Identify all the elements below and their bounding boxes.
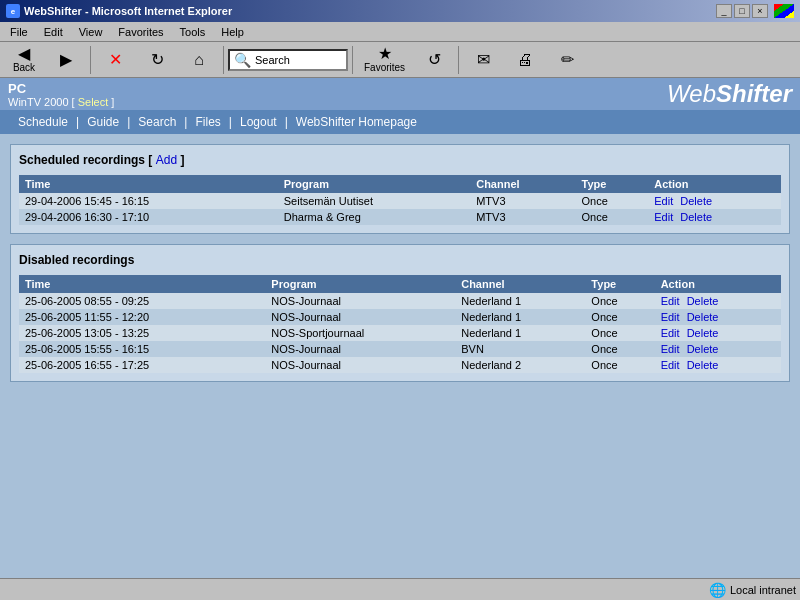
scheduled-recordings-section: Scheduled recordings [ Add ] Time Progra… — [10, 144, 790, 234]
refresh-button[interactable]: ↻ — [137, 49, 177, 71]
menu-favorites[interactable]: Favorites — [112, 25, 169, 39]
sched-edit-1[interactable]: Edit — [654, 211, 673, 223]
dis-type-0: Once — [585, 293, 654, 309]
dis-delete-1[interactable]: Delete — [687, 311, 719, 323]
sched-time-1: 29-04-2006 16:30 - 17:10 — [19, 209, 278, 225]
dis-action-4: Edit Delete — [655, 357, 781, 373]
nav-homepage[interactable]: WebShifter Homepage — [288, 115, 425, 129]
toolbar-separator-2 — [223, 46, 224, 74]
select-link[interactable]: Select — [78, 96, 109, 108]
back-button[interactable]: ◀ Back — [4, 43, 44, 76]
mail-button[interactable]: ✉ — [463, 49, 503, 71]
dis-delete-2[interactable]: Delete — [687, 327, 719, 339]
disabled-row: 25-06-2005 15:55 - 16:15 NOS-Journaal BV… — [19, 341, 781, 357]
toolbar: ◀ Back ▶ ✕ ↻ ⌂ 🔍 Search ★ Favorites ↺ ✉ … — [0, 42, 800, 78]
dis-action-2: Edit Delete — [655, 325, 781, 341]
menu-help[interactable]: Help — [215, 25, 250, 39]
add-recording-link[interactable]: Add — [156, 153, 177, 167]
dis-edit-2[interactable]: Edit — [661, 327, 680, 339]
menu-file[interactable]: File — [4, 25, 34, 39]
search-icon: 🔍 — [234, 52, 251, 68]
dis-time-3: 25-06-2005 15:55 - 16:15 — [19, 341, 265, 357]
wintv-label: WinTV 2000 [ Select ] — [8, 96, 114, 108]
dis-channel-2: Nederland 1 — [455, 325, 585, 341]
nav-logout[interactable]: Logout — [232, 115, 285, 129]
media-icon: ↺ — [428, 52, 441, 68]
maximize-button[interactable]: □ — [734, 4, 750, 18]
dis-action-3: Edit Delete — [655, 341, 781, 357]
col-action-sched: Action — [648, 175, 781, 193]
back-icon: ◀ — [18, 46, 30, 62]
globe-icon: 🌐 — [709, 582, 726, 598]
webshifter-logo: WebShifter — [667, 80, 792, 108]
app-icon: e — [6, 4, 20, 18]
sched-time-0: 29-04-2006 15:45 - 16:15 — [19, 193, 278, 209]
disabled-row: 25-06-2005 13:05 - 13:25 NOS-Sportjourna… — [19, 325, 781, 341]
print-button[interactable]: 🖨 — [505, 49, 545, 71]
dis-delete-3[interactable]: Delete — [687, 343, 719, 355]
dis-channel-3: BVN — [455, 341, 585, 357]
menu-edit[interactable]: Edit — [38, 25, 69, 39]
col-program-dis: Program — [265, 275, 455, 293]
col-action-dis: Action — [655, 275, 781, 293]
nav-search[interactable]: Search — [130, 115, 184, 129]
home-icon: ⌂ — [194, 52, 204, 68]
page-header: PC WinTV 2000 [ Select ] WebShifter — [0, 78, 800, 110]
dis-delete-4[interactable]: Delete — [687, 359, 719, 371]
dis-type-3: Once — [585, 341, 654, 357]
toolbar-separator-4 — [458, 46, 459, 74]
toolbar-separator-1 — [90, 46, 91, 74]
dis-action-0: Edit Delete — [655, 293, 781, 309]
sched-channel-1: MTV3 — [470, 209, 575, 225]
dis-edit-4[interactable]: Edit — [661, 359, 680, 371]
window-title: WebShifter - Microsoft Internet Explorer — [24, 5, 232, 17]
dis-program-3: NOS-Journaal — [265, 341, 455, 357]
favorites-button[interactable]: ★ Favorites — [357, 43, 412, 76]
stop-icon: ✕ — [109, 52, 122, 68]
col-program-sched: Program — [278, 175, 470, 193]
nav-schedule[interactable]: Schedule — [10, 115, 76, 129]
dis-program-0: NOS-Journaal — [265, 293, 455, 309]
favorites-icon: ★ — [378, 46, 392, 62]
media-button[interactable]: ↺ — [414, 49, 454, 71]
stop-button[interactable]: ✕ — [95, 49, 135, 71]
sched-edit-0[interactable]: Edit — [654, 195, 673, 207]
sched-delete-1[interactable]: Delete — [680, 211, 712, 223]
dis-edit-3[interactable]: Edit — [661, 343, 680, 355]
minimize-button[interactable]: _ — [716, 4, 732, 18]
menu-tools[interactable]: Tools — [174, 25, 212, 39]
col-type-sched: Type — [575, 175, 648, 193]
nav-files[interactable]: Files — [187, 115, 228, 129]
home-button[interactable]: ⌂ — [179, 49, 219, 71]
forward-icon: ▶ — [60, 52, 72, 68]
sched-type-1: Once — [575, 209, 648, 225]
col-channel-sched: Channel — [470, 175, 575, 193]
nav-links-bar: Schedule | Guide | Search | Files | Logo… — [0, 110, 800, 134]
nav-guide[interactable]: Guide — [79, 115, 127, 129]
dis-edit-1[interactable]: Edit — [661, 311, 680, 323]
menu-view[interactable]: View — [73, 25, 109, 39]
search-box[interactable]: 🔍 Search — [228, 49, 348, 71]
dis-edit-0[interactable]: Edit — [661, 295, 680, 307]
scheduled-title: Scheduled recordings [ Add ] — [19, 153, 781, 167]
disabled-recordings-section: Disabled recordings Time Program Channel… — [10, 244, 790, 382]
forward-button[interactable]: ▶ — [46, 49, 86, 71]
search-label: Search — [255, 54, 290, 66]
window-controls: _ □ × — [716, 4, 794, 18]
windows-logo-icon — [774, 4, 794, 18]
dis-time-2: 25-06-2005 13:05 - 13:25 — [19, 325, 265, 341]
title-bar: e WebShifter - Microsoft Internet Explor… — [0, 0, 800, 22]
status-right: 🌐 Local intranet — [709, 582, 796, 598]
dis-program-4: NOS-Journaal — [265, 357, 455, 373]
col-time-dis: Time — [19, 275, 265, 293]
close-button[interactable]: × — [752, 4, 768, 18]
scheduled-row: 29-04-2006 15:45 - 16:15 Seitsemän Uutis… — [19, 193, 781, 209]
edit-page-button[interactable]: ✏ — [547, 49, 587, 71]
sched-delete-0[interactable]: Delete — [680, 195, 712, 207]
main-content: Scheduled recordings [ Add ] Time Progra… — [0, 134, 800, 578]
dis-channel-4: Nederland 2 — [455, 357, 585, 373]
dis-delete-0[interactable]: Delete — [687, 295, 719, 307]
status-bar: 🌐 Local intranet — [0, 578, 800, 600]
dis-type-2: Once — [585, 325, 654, 341]
dis-time-1: 25-06-2005 11:55 - 12:20 — [19, 309, 265, 325]
